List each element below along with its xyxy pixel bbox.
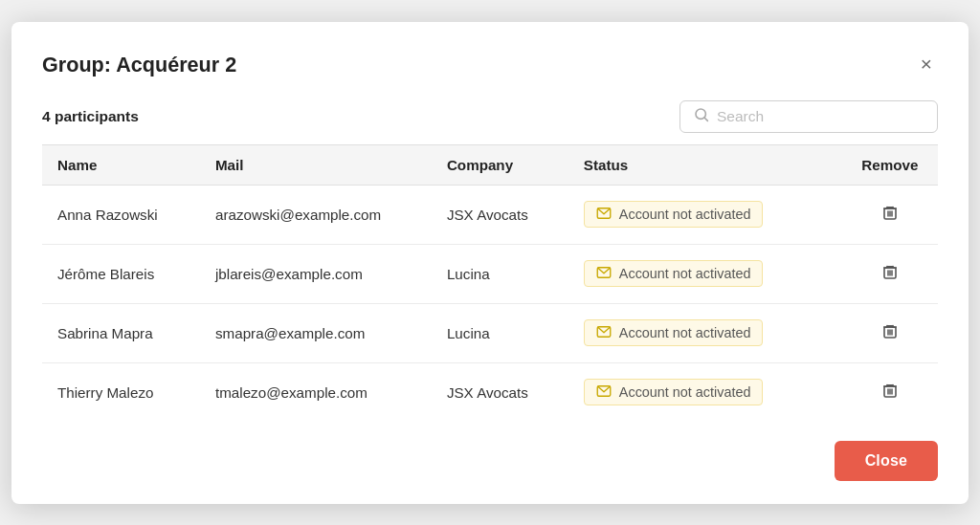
modal-header: Group: Acquéreur 2 × [42, 53, 938, 77]
cell-remove [842, 185, 938, 244]
status-badge: Account not activated [584, 260, 764, 287]
cell-status: Account not activated [568, 362, 842, 422]
search-input[interactable] [717, 108, 924, 125]
col-header-company: Company [432, 144, 568, 185]
cell-mail: tmalezo@example.com [200, 362, 432, 422]
cell-remove [842, 303, 938, 362]
remove-button[interactable] [876, 201, 904, 229]
cell-company: Lucina [432, 303, 568, 362]
status-badge: Account not activated [584, 201, 764, 228]
status-text: Account not activated [619, 325, 751, 340]
modal: Group: Acquéreur 2 × 4 participants Name… [11, 22, 969, 504]
remove-button[interactable] [876, 319, 904, 347]
cell-status: Account not activated [568, 303, 842, 362]
modal-footer: Close [42, 441, 938, 481]
status-text: Account not activated [619, 266, 751, 281]
close-button[interactable]: Close [835, 441, 938, 481]
close-x-button[interactable]: × [915, 53, 938, 77]
modal-title: Group: Acquéreur 2 [42, 53, 236, 77]
svg-line-1 [704, 118, 707, 120]
cell-status: Account not activated [568, 185, 842, 244]
col-header-name: Name [42, 144, 200, 185]
cell-name: Anna Razowski [42, 185, 200, 244]
cell-remove [842, 362, 938, 422]
col-header-status: Status [568, 144, 842, 185]
table-row: Sabrina Mapra smapra@example.com Lucina … [42, 303, 938, 362]
cell-company: Lucina [432, 244, 568, 303]
status-text: Account not activated [619, 207, 751, 222]
table-row: Anna Razowski arazowski@example.com JSX … [42, 185, 938, 244]
cell-remove [842, 244, 938, 303]
cell-status: Account not activated [568, 244, 842, 303]
cell-name: Thierry Malezo [42, 362, 200, 422]
toolbar: 4 participants [42, 100, 938, 133]
mail-icon [596, 384, 612, 400]
participants-table: Name Mail Company Status Remove Anna Raz… [42, 144, 938, 422]
cell-company: JSX Avocats [432, 362, 568, 422]
col-header-remove: Remove [842, 144, 938, 185]
table-header-row: Name Mail Company Status Remove [42, 144, 938, 185]
status-badge: Account not activated [584, 319, 764, 346]
cell-company: JSX Avocats [432, 185, 568, 244]
cell-name: Jérôme Blareis [42, 244, 200, 303]
mail-icon [596, 325, 612, 340]
cell-mail: jblareis@example.com [200, 244, 432, 303]
table-row: Jérôme Blareis jblareis@example.com Luci… [42, 244, 938, 303]
remove-button[interactable] [876, 379, 904, 406]
participants-count: 4 participants [42, 108, 139, 125]
search-wrapper [679, 100, 938, 133]
col-header-mail: Mail [200, 144, 432, 185]
mail-icon [596, 207, 612, 222]
search-icon [694, 107, 709, 126]
status-badge: Account not activated [584, 379, 764, 405]
cell-mail: smapra@example.com [200, 303, 432, 362]
status-text: Account not activated [619, 384, 751, 400]
table-row: Thierry Malezo tmalezo@example.com JSX A… [42, 362, 938, 422]
cell-mail: arazowski@example.com [200, 185, 432, 244]
cell-name: Sabrina Mapra [42, 303, 200, 362]
remove-button[interactable] [876, 260, 904, 288]
mail-icon [596, 266, 612, 281]
